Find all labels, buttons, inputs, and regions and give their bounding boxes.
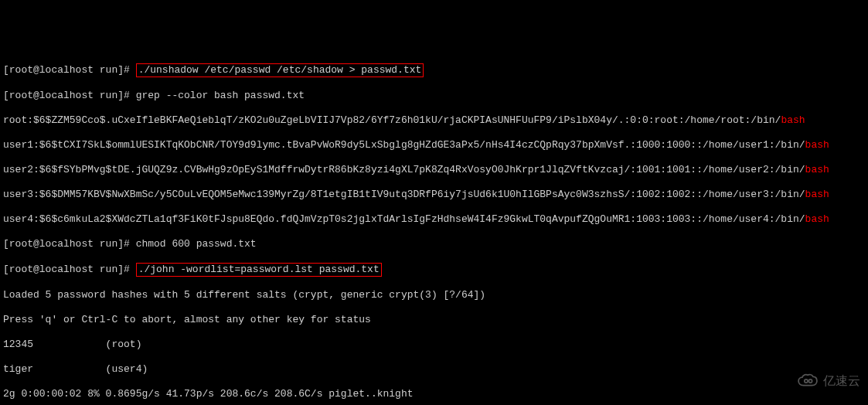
cmd-john: ./john -wordlist=password.lst passwd.txt: [136, 263, 382, 277]
john-out-3: tiger (user4): [3, 363, 865, 376]
hash-root: root:$6$ZZM59Cco$.uCxeIfleBKFAeQieblqT/z…: [3, 114, 865, 127]
cloud-icon: [797, 373, 819, 390]
john-out-4: 2g 0:00:00:02 8% 0.8695g/s 41.73p/s 208.…: [3, 388, 865, 400]
prompt: [root@localhost run]#: [3, 238, 130, 250]
bash-highlight: bash: [805, 213, 829, 225]
cmd-line-2: [root@localhost run]# grep --color bash …: [3, 90, 865, 102]
watermark: 亿速云: [797, 373, 860, 390]
john-out-1: Press 'q' or Ctrl-C to abort, almost any…: [3, 314, 865, 326]
cmd-line-4: [root@localhost run]# ./john -wordlist=p…: [3, 263, 865, 277]
hash-user3: user3:$6$DMM57KBV$NwXBmSc/y5COuLvEQOM5eM…: [3, 189, 865, 201]
bash-highlight: bash: [805, 164, 829, 175]
hash-user4: user4:$6$c6mkuLa2$XWdcZTLa1qf3FiK0tFJspu…: [3, 213, 865, 226]
terminal[interactable]: [root@localhost run]# ./unshadow /etc/pa…: [3, 51, 865, 405]
hash-user2: user2:$6$fSYbPMvg$tDE.jGUQZ9z.CVBwHg9zOp…: [3, 164, 865, 176]
svg-point-1: [808, 379, 812, 383]
cmd-chmod: chmod 600 passwd.txt: [136, 238, 257, 250]
bash-highlight: bash: [805, 139, 829, 151]
bash-highlight: bash: [781, 114, 805, 126]
john-out-2: 12345 (root): [3, 339, 865, 351]
svg-point-0: [805, 379, 808, 383]
watermark-text: 亿速云: [823, 375, 860, 387]
bash-highlight: bash: [805, 189, 829, 200]
john-out-0: Loaded 5 password hashes with 5 differen…: [3, 289, 865, 301]
cmd-line-1: [root@localhost run]# ./unshadow /etc/pa…: [3, 63, 865, 77]
hash-user1: user1:$6$tCXI7SkL$ommlUESIKTqKObCNR/TOY9…: [3, 139, 865, 151]
prompt: [root@localhost run]#: [3, 64, 130, 76]
prompt: [root@localhost run]#: [3, 90, 130, 101]
cmd-grep: grep --color bash passwd.txt: [136, 90, 305, 101]
cmd-line-3: [root@localhost run]# chmod 600 passwd.t…: [3, 238, 865, 250]
prompt: [root@localhost run]#: [3, 264, 130, 275]
cmd-unshadow: ./unshadow /etc/passwd /etc/shadow > pas…: [136, 63, 424, 77]
